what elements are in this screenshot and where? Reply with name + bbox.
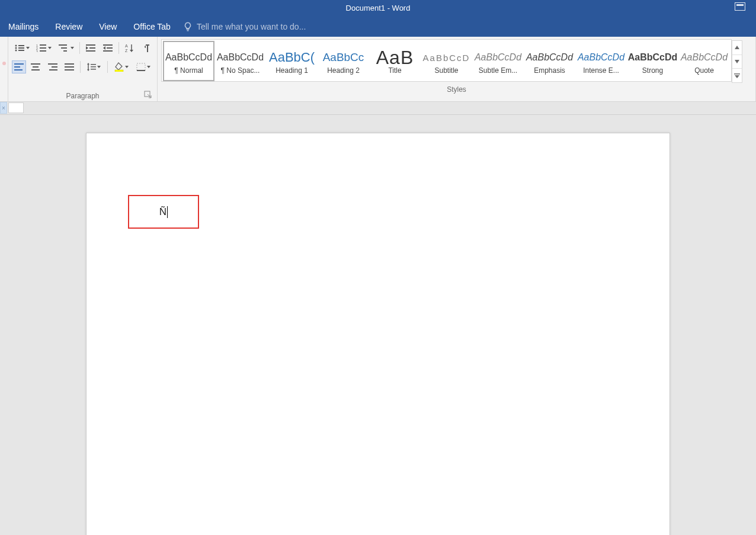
style-quote[interactable]: AaBbCcDdQuote	[678, 41, 730, 81]
svg-rect-37	[65, 66, 74, 68]
svg-rect-5	[18, 50, 24, 51]
separator	[107, 61, 108, 73]
sort-icon: AZ	[125, 43, 134, 53]
align-center-button[interactable]	[28, 60, 43, 73]
style-emphasis[interactable]: AaBbCcDdEmphasis	[524, 41, 575, 81]
line-spacing-icon	[87, 63, 96, 71]
justify-button[interactable]	[62, 60, 76, 73]
align-right-icon	[48, 63, 57, 71]
svg-rect-38	[65, 69, 74, 71]
svg-point-0	[15, 45, 17, 47]
multilevel-list-button[interactable]	[56, 41, 76, 55]
style-heading-1[interactable]: AaBbC(Heading 1	[266, 41, 318, 81]
svg-rect-34	[52, 66, 57, 68]
style-no-spac[interactable]: AaBbCcDd¶ No Spac...	[214, 41, 266, 81]
tab-mailings[interactable]: Mailings	[0, 16, 47, 37]
group-label-styles: Styles	[161, 83, 752, 95]
style-title[interactable]: AaBTitle	[369, 41, 421, 81]
tell-me-search[interactable]: Tell me what you want to do...	[182, 21, 306, 32]
title-bar: Document1 - Word	[0, 0, 756, 16]
svg-rect-45	[115, 70, 123, 72]
pilcrow-icon	[142, 43, 150, 53]
svg-rect-28	[14, 66, 20, 68]
annotation-highlight-box: Ñ	[128, 195, 199, 229]
bullets-button[interactable]	[12, 41, 31, 55]
align-right-button[interactable]	[45, 60, 59, 73]
style-name-label: Subtitle	[422, 66, 470, 75]
style-subtitle[interactable]: AaBbCcDSubtitle	[421, 41, 472, 81]
style-name-label: Title	[371, 66, 419, 75]
document-tab-strip: ×	[0, 102, 756, 115]
document-page[interactable]: Ñ	[86, 133, 670, 535]
svg-marker-41	[87, 69, 89, 71]
justify-icon	[65, 63, 74, 71]
ribbon: 123 AZ	[0, 37, 756, 102]
svg-rect-1	[18, 45, 24, 46]
svg-rect-27	[14, 63, 24, 65]
style-sample: AaBbCc	[323, 49, 364, 66]
svg-text:Z: Z	[125, 49, 128, 53]
style-sample: AaBbCcDd	[217, 49, 264, 66]
style-intense-e[interactable]: AaBbCcDdIntense E...	[575, 41, 627, 81]
svg-marker-50	[735, 60, 739, 63]
multilevel-list-icon	[59, 44, 69, 52]
increase-indent-button[interactable]	[100, 41, 114, 55]
borders-button[interactable]	[134, 60, 153, 73]
group-label-text: Paragraph	[66, 92, 99, 100]
ribbon-display-options-icon[interactable]	[735, 2, 745, 11]
svg-rect-16	[89, 47, 95, 49]
svg-rect-7	[40, 44, 46, 46]
style-strong[interactable]: AaBbCcDdStrong	[627, 41, 678, 81]
svg-marker-18	[86, 46, 88, 50]
increase-indent-icon	[103, 44, 113, 52]
svg-rect-42	[91, 64, 96, 65]
style-sample: AaB	[376, 49, 414, 66]
svg-marker-52	[735, 75, 739, 78]
group-paragraph: 123 AZ	[8, 37, 158, 101]
tab-review[interactable]: Review	[47, 16, 91, 37]
svg-rect-46	[137, 63, 145, 71]
style-subtle-em[interactable]: AaBbCcDdSubtle Em...	[472, 41, 524, 81]
gallery-scroll-down[interactable]	[732, 55, 742, 69]
style-sample: AaBbCcDd	[475, 49, 521, 66]
numbering-icon: 123	[36, 44, 47, 52]
sort-button[interactable]: AZ	[123, 41, 137, 55]
style-name-label: Heading 1	[268, 66, 316, 75]
shading-button[interactable]	[111, 60, 131, 73]
style-name-label: Intense E...	[577, 66, 625, 75]
style-heading-2[interactable]: AaBbCcHeading 2	[318, 41, 369, 81]
svg-rect-19	[103, 44, 113, 46]
style-name-label: ¶ No Spac...	[216, 66, 264, 75]
numbering-button[interactable]: 123	[34, 41, 53, 55]
align-center-icon	[31, 63, 40, 71]
show-hide-marks-button[interactable]	[139, 41, 153, 55]
svg-rect-33	[48, 63, 57, 65]
style-sample: AaBbCcDd	[165, 49, 212, 66]
line-spacing-button[interactable]	[84, 60, 104, 73]
document-workspace: Ñ	[0, 115, 756, 535]
document-tab[interactable]	[8, 102, 24, 113]
separator	[80, 61, 81, 73]
svg-rect-51	[734, 73, 740, 75]
paragraph-dialog-launcher[interactable]	[144, 91, 152, 99]
window-title: Document1 - Word	[346, 4, 411, 12]
borders-icon	[136, 63, 146, 71]
style-sample: AaBbCcD	[423, 49, 470, 66]
svg-marker-49	[735, 46, 739, 49]
gallery-scroll-up[interactable]	[732, 41, 742, 55]
group-label-text: Styles	[447, 85, 466, 94]
align-left-button[interactable]	[12, 60, 26, 73]
document-tab-close[interactable]: ×	[0, 102, 7, 114]
decrease-indent-button[interactable]	[84, 41, 98, 55]
svg-rect-3	[18, 47, 24, 49]
gallery-expand[interactable]	[732, 69, 742, 82]
separator	[79, 42, 80, 54]
style-name-label: Emphasis	[526, 66, 574, 75]
separator	[118, 42, 119, 54]
style-gallery-scroll	[732, 40, 742, 83]
svg-rect-15	[86, 44, 95, 46]
style-normal[interactable]: AaBbCcDd¶ Normal	[163, 41, 214, 81]
tab-office-tab[interactable]: Office Tab	[125, 16, 179, 37]
tab-view[interactable]: View	[91, 16, 125, 37]
style-gallery[interactable]: AaBbCcDd¶ NormalAaBbCcDd¶ No Spac...AaBb…	[161, 39, 732, 82]
